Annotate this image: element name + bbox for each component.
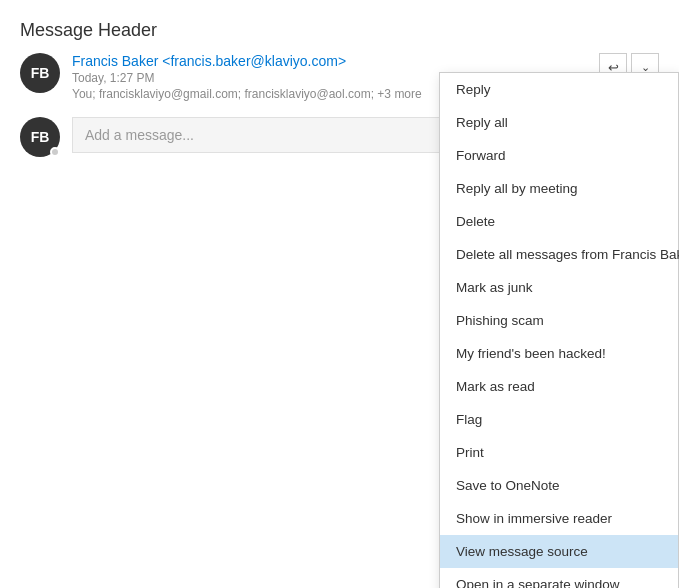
menu-item-flag[interactable]: Flag <box>440 403 678 436</box>
reply-avatar-wrapper: FB <box>20 117 60 157</box>
menu-item-delete-all[interactable]: Delete all messages from Francis Baker <box>440 238 678 271</box>
menu-item-reply-all-by-meeting[interactable]: Reply all by meeting <box>440 172 678 205</box>
menu-item-show-immersive-reader[interactable]: Show in immersive reader <box>440 502 678 535</box>
menu-item-open-separate-window[interactable]: Open in a separate window <box>440 568 678 588</box>
page-container: Message Header FB Francis Baker <francis… <box>0 0 679 588</box>
menu-item-my-friends-hacked[interactable]: My friend's been hacked! <box>440 337 678 370</box>
menu-item-phishing-scam[interactable]: Phishing scam <box>440 304 678 337</box>
menu-item-forward[interactable]: Forward <box>440 139 678 172</box>
reply-status-dot <box>50 147 60 157</box>
menu-item-mark-as-read[interactable]: Mark as read <box>440 370 678 403</box>
dropdown-menu: ReplyReply allForwardReply all by meetin… <box>439 72 679 588</box>
menu-item-reply-all[interactable]: Reply all <box>440 106 678 139</box>
menu-item-reply[interactable]: Reply <box>440 73 678 106</box>
avatar: FB <box>20 53 60 93</box>
email-sender[interactable]: Francis Baker <francis.baker@klaviyo.com… <box>72 53 599 69</box>
menu-item-view-message-source[interactable]: View message source <box>440 535 678 568</box>
menu-item-delete[interactable]: Delete <box>440 205 678 238</box>
menu-item-save-to-onenote[interactable]: Save to OneNote <box>440 469 678 502</box>
email-recipients: You; francisklaviyo@gmail.com; franciskl… <box>72 87 422 101</box>
menu-item-print[interactable]: Print <box>440 436 678 469</box>
menu-item-mark-as-junk[interactable]: Mark as junk <box>440 271 678 304</box>
page-title: Message Header <box>0 0 679 53</box>
